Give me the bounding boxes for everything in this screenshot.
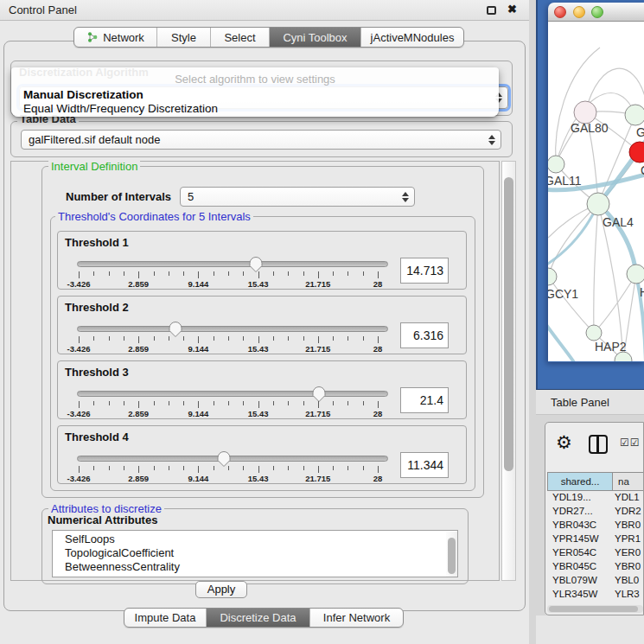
threshold-label: Threshold 1 <box>65 236 129 249</box>
network-node[interactable] <box>586 325 602 341</box>
list-item[interactable]: TopologicalCoefficient <box>53 546 457 560</box>
tick-label: 15.43 <box>248 409 269 418</box>
form-vertical-scrollbar[interactable] <box>501 161 516 581</box>
threshold-value-field[interactable]: 14.713 <box>400 258 449 284</box>
tick-label: 21.715 <box>305 409 330 418</box>
scrollbar-thumb[interactable] <box>504 177 513 471</box>
table-panel: ⚙ ☑☑ shared... na YDL19...YDL1YDR27...YD… <box>545 422 644 615</box>
table-row[interactable]: YIL052CYIL0 <box>547 603 644 604</box>
threshold-value-field[interactable]: 21.4 <box>400 387 449 413</box>
close-icon[interactable]: ✖ <box>507 3 517 16</box>
zoom-green-icon[interactable] <box>591 6 603 18</box>
slider-ticks: -3.4262.8599.14415.4321.71528 <box>77 401 388 418</box>
app-root: Control Panel ✖ Network Style Select Cyn… <box>0 0 644 644</box>
tab-label: Style <box>171 31 196 44</box>
interval-definition-title: Interval Definition <box>48 160 140 173</box>
apply-button[interactable]: Apply <box>195 581 247 598</box>
tab-network[interactable]: Network <box>74 28 157 47</box>
table-row[interactable]: YBR043CYBR0 <box>547 520 644 533</box>
table-row[interactable]: YLR345WYLR3 <box>547 589 644 603</box>
threshold-slider[interactable]: -3.4262.8599.14415.4321.71528 <box>77 256 388 289</box>
column-header-shared[interactable]: shared... <box>547 472 613 491</box>
slider-thumb-icon[interactable] <box>249 256 263 273</box>
tab-select[interactable]: Select <box>211 28 270 47</box>
tick-label: 2.859 <box>128 474 149 483</box>
threshold-slider[interactable]: -3.4262.8599.14415.4321.71528 <box>77 386 388 418</box>
table-row[interactable]: YPR145WYPR1 <box>547 533 644 547</box>
tab-discretize-data[interactable]: Discretize Data <box>207 609 310 627</box>
network-canvas[interactable]: GAL80GACGAL11GAL4HGCY1HAP2 <box>548 22 644 361</box>
network-node[interactable] <box>625 105 644 125</box>
combo-arrows-icon <box>402 192 409 202</box>
network-node[interactable] <box>548 268 557 285</box>
popup-item-manual-discretization[interactable]: Manual Discretization <box>13 88 497 101</box>
table-row[interactable]: YBR045CYBR0 <box>547 561 644 575</box>
slider-track[interactable] <box>77 261 388 267</box>
threshold-slider[interactable]: -3.4262.8599.14415.4321.71528 <box>77 450 388 483</box>
minimize-yellow-icon[interactable] <box>573 6 585 18</box>
list-item[interactable]: BetweennessCentrality <box>53 560 457 574</box>
node-label: H <box>640 285 644 299</box>
slider-track[interactable] <box>77 326 388 332</box>
slider-track[interactable] <box>77 456 388 462</box>
tab-cyni-toolbox[interactable]: Cyni Toolbox <box>270 28 361 47</box>
threshold-value-field[interactable]: 11.344 <box>400 452 449 478</box>
tab-label: Cyni Toolbox <box>283 31 347 44</box>
checkbox-checked-icons[interactable]: ☑☑ <box>620 437 641 449</box>
table-row[interactable]: YDL19...YDL1 <box>547 492 644 506</box>
network-node[interactable] <box>587 193 609 215</box>
panel-title: Control Panel <box>9 3 77 16</box>
control-panel-titlebar: Control Panel ✖ <box>0 0 529 21</box>
tick-label: 28 <box>373 409 383 418</box>
close-red-icon[interactable] <box>554 6 566 18</box>
slider-track[interactable] <box>77 391 388 397</box>
top-tab-bar: Network Style Select Cyni Toolbox jActiv… <box>73 27 464 48</box>
slider-thumb-icon[interactable] <box>217 450 231 468</box>
attributes-scrollbar[interactable] <box>446 532 457 577</box>
node-label: C <box>641 163 644 177</box>
list-item[interactable]: SelfLoops <box>53 532 457 546</box>
node-label: GAL4 <box>603 215 634 229</box>
network-desktop: GAL80GACGAL11GAL4HGCY1HAP2 <box>536 0 644 389</box>
network-icon <box>86 31 99 43</box>
tick-label: 21.715 <box>305 344 330 354</box>
numerical-attributes-list[interactable]: SelfLoopsTopologicalCoefficientBetweenne… <box>52 530 458 577</box>
table-row[interactable]: YER054CYER0 <box>547 547 644 561</box>
tick-label: 9.144 <box>188 279 209 289</box>
scrollbar-thumb[interactable] <box>549 606 638 612</box>
threshold-slider[interactable]: -3.4262.8599.14415.4321.71528 <box>77 321 388 354</box>
scrollbar-thumb[interactable] <box>448 538 456 574</box>
table-panel-titlebar: Table Panel <box>536 389 644 415</box>
slider-thumb-icon[interactable] <box>312 386 326 403</box>
algorithm-placeholder: Select algorithm to view settings <box>11 73 499 86</box>
table-horizontal-scrollbar[interactable] <box>547 605 643 613</box>
network-node[interactable] <box>548 156 564 173</box>
number-of-intervals-combobox[interactable]: 5 <box>180 187 415 207</box>
tab-style[interactable]: Style <box>157 28 211 47</box>
tab-impute-data[interactable]: Impute Data <box>124 609 207 627</box>
table-data-combo-value: galFiltered.sif default node <box>29 133 160 146</box>
network-window-titlebar[interactable] <box>548 3 644 22</box>
threshold-value-field[interactable]: 6.316 <box>400 322 449 348</box>
tab-infer-network[interactable]: Infer Network <box>310 609 403 627</box>
tab-jactivemnodules[interactable]: jActiveMNodules <box>361 28 463 47</box>
table-row[interactable]: YDR27...YDR2 <box>547 506 644 520</box>
float-window-icon[interactable] <box>487 6 496 15</box>
gear-icon[interactable]: ⚙ <box>556 433 572 452</box>
combo-arrows-icon <box>488 135 495 145</box>
tick-label: -3.426 <box>67 344 91 354</box>
table-row[interactable]: YBL079WYBL0 <box>547 575 644 589</box>
slider-thumb-icon[interactable] <box>169 321 182 338</box>
split-columns-icon[interactable] <box>589 435 608 454</box>
tab-label: jActiveMNodules <box>371 31 455 44</box>
node-label: GA <box>636 125 644 139</box>
popup-item-equal-width-frequency[interactable]: Equal Width/Frequency Discretization <box>13 102 497 115</box>
column-header-name[interactable]: na <box>613 472 644 491</box>
table-data-combobox[interactable]: galFiltered.sif default node <box>21 130 501 150</box>
tick-label: -3.426 <box>67 474 91 483</box>
tick-label: 15.43 <box>248 474 269 483</box>
slider-ticks: -3.4262.8599.14415.4321.71528 <box>77 336 388 354</box>
network-node[interactable] <box>627 265 644 284</box>
threshold-box: Threshold 2 -3.4262.8599.14415.4321.7152… <box>57 296 467 354</box>
attr-items: SelfLoopsTopologicalCoefficientBetweenne… <box>53 531 457 574</box>
